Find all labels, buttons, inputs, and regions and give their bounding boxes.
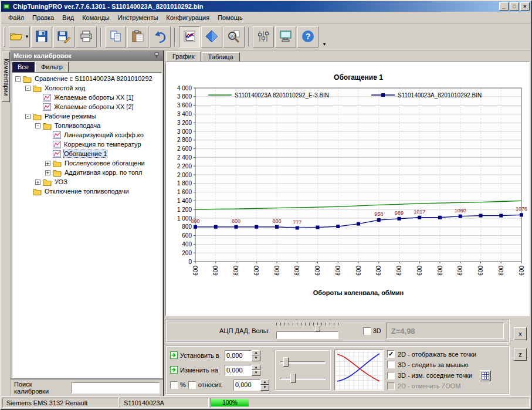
adjust-slider-1[interactable] (280, 357, 326, 367)
tab-all[interactable]: Все (12, 62, 35, 72)
checkbox-icon[interactable] (387, 372, 395, 379)
change-by-spinner[interactable]: ▲▼ (225, 365, 262, 376)
tree-item[interactable]: -Холостой ход (12, 83, 161, 93)
svg-text:958: 958 (374, 211, 383, 217)
tree-item[interactable]: Линеаризующий коэфф.ко (12, 130, 161, 140)
adc-slider[interactable] (276, 323, 338, 339)
collapse-icon[interactable]: - (25, 114, 31, 119)
tree-item[interactable]: -Сравнение с S110140023A 8201010292 (12, 74, 161, 83)
checkbox-icon[interactable] (188, 381, 196, 389)
collapse-icon[interactable]: - (35, 123, 40, 128)
tab-graph[interactable]: График (166, 51, 201, 62)
pin-icon[interactable] (154, 52, 160, 60)
folder-icon (43, 178, 52, 186)
menu-help[interactable]: Помощь (214, 13, 246, 22)
spin-down-icon[interactable]: ▼ (260, 385, 269, 391)
save-button[interactable] (31, 26, 52, 48)
checksum-button[interactable] (201, 26, 222, 48)
step-input[interactable] (233, 379, 260, 391)
open-dropdown-icon[interactable]: ▼ (25, 34, 29, 39)
adc-3d-checkbox[interactable]: 3D (363, 327, 381, 335)
comments-tab[interactable]: Комментарии (2, 52, 10, 102)
set-arrow-icon (170, 351, 178, 360)
maximize-button[interactable]: □ (510, 2, 519, 11)
help-button[interactable]: ? (297, 26, 318, 48)
change-by-input[interactable] (225, 365, 252, 376)
minimize-button[interactable]: _ (499, 2, 509, 11)
menu-configuration[interactable]: Конфигурация (162, 13, 213, 22)
edit-controls-panel: Установить в ▲▼ Изменить на (165, 345, 510, 395)
step-spinner[interactable]: ▲▼ (233, 379, 271, 391)
checkbox-icon[interactable] (387, 361, 395, 368)
toolbar-overflow-icon[interactable]: ▼ (321, 40, 328, 48)
adc-value-input[interactable] (276, 331, 338, 339)
diamond-icon (205, 29, 219, 45)
close-button[interactable]: × (520, 2, 530, 11)
status-file: S110140023A (120, 398, 209, 408)
percent-checkbox[interactable]: % (170, 381, 186, 389)
menu-commands[interactable]: Команды (79, 13, 113, 22)
adc-slider-thumb[interactable] (315, 326, 320, 331)
svg-text:777: 777 (293, 219, 301, 225)
expand-icon[interactable]: + (35, 179, 40, 185)
tree-item[interactable]: Желаемые обороты ХХ [2] (12, 102, 161, 111)
checkbox-icon[interactable] (387, 350, 395, 358)
menu-edit[interactable]: Правка (29, 13, 57, 22)
tree-item[interactable]: -Рабочие режимы (12, 111, 161, 121)
z-axis-button[interactable]: z (514, 348, 527, 361)
spin-up-icon[interactable]: ▲ (252, 365, 260, 371)
slider-thumb[interactable] (283, 357, 289, 367)
x-axis-button[interactable]: x (514, 327, 527, 340)
option-3d-adjacent-points[interactable]: 3D - изм. соседние точки (387, 371, 505, 380)
copy-button[interactable] (105, 26, 126, 48)
paste-button[interactable] (127, 26, 148, 48)
toolbar-grip[interactable] (4, 27, 5, 47)
spin-up-icon[interactable]: ▲ (252, 350, 260, 356)
option-3d-follow-mouse[interactable]: 3D - следить за мышью (387, 360, 505, 369)
tree-item[interactable]: +Аддитивная корр. по топл (12, 168, 161, 177)
option-2d-all-points[interactable]: 2D - отображать все точки (387, 350, 505, 358)
spin-up-icon[interactable]: ▲ (260, 379, 269, 385)
spin-down-icon[interactable]: ▼ (252, 370, 260, 376)
tree-item[interactable]: Коррекция по температур (12, 140, 161, 149)
collapse-icon[interactable]: - (25, 86, 31, 91)
tab-filter[interactable]: Фильтр (35, 62, 69, 72)
menu-view[interactable]: Вид (59, 13, 77, 22)
table-grid-button[interactable] (480, 370, 491, 381)
copy-icon (109, 29, 123, 45)
checkbox-icon[interactable] (170, 381, 178, 389)
settings-button[interactable] (253, 26, 274, 48)
open-button[interactable]: ▼ (9, 26, 30, 48)
slider-thumb[interactable] (290, 374, 296, 383)
menu-file[interactable]: Файл (5, 13, 28, 22)
save-as-button[interactable] (53, 26, 74, 48)
option-2d-cancel-zoom[interactable]: 2D - отменить ZOOM (387, 382, 505, 391)
svg-text:2 400: 2 400 (177, 154, 192, 161)
checkbox-icon[interactable] (363, 327, 371, 335)
tree-item[interactable]: Отключение топливоподачи (12, 187, 161, 196)
set-to-spinner[interactable]: ▲▼ (225, 350, 262, 361)
svg-text:?: ? (306, 32, 311, 41)
tree-item[interactable]: +Послепусковое обогащени (12, 158, 161, 168)
expand-icon[interactable]: + (45, 170, 50, 175)
expand-icon[interactable]: + (45, 161, 50, 166)
set-to-input[interactable] (225, 350, 252, 361)
zoom-button[interactable]: 10 (223, 26, 245, 48)
connect-ecu-button[interactable] (275, 26, 296, 48)
collapse-icon[interactable]: - (15, 76, 21, 82)
chart-area[interactable]: 02004006008001 0001 2001 4001 6001 8002 … (165, 62, 530, 316)
tree-item[interactable]: -Топливоподача (12, 121, 161, 130)
tree-item[interactable]: Обогащение 1 (12, 149, 161, 158)
print-button[interactable] (76, 26, 97, 48)
search-input[interactable] (72, 382, 160, 394)
display-options: 2D - отображать все точки 3D - следить з… (387, 350, 505, 391)
tree-item[interactable]: Желаемые обороты ХХ [1] (12, 93, 161, 102)
spin-down-icon[interactable]: ▼ (252, 355, 260, 361)
adjust-slider-2[interactable] (280, 373, 326, 384)
undo-button[interactable] (150, 26, 171, 48)
relative-checkbox[interactable]: относит. (188, 381, 223, 389)
graph-view-button[interactable] (179, 26, 200, 48)
tree-item[interactable]: +УОЗ (12, 177, 161, 187)
menu-tools[interactable]: Инструменты (114, 13, 162, 22)
tab-table[interactable]: Таблица (202, 52, 240, 62)
